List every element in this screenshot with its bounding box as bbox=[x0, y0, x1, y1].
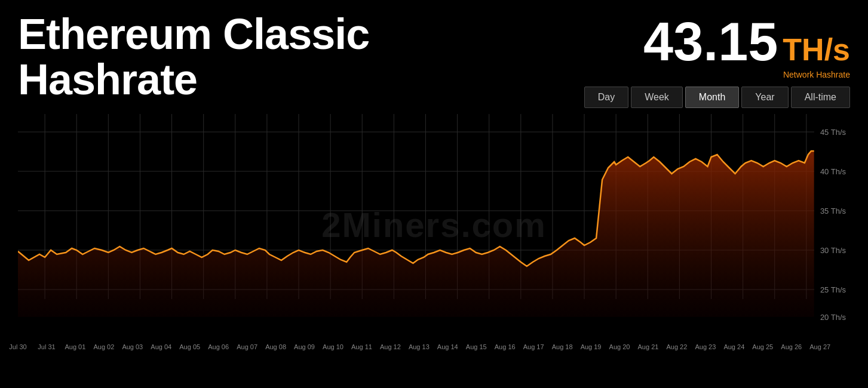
svg-text:30 Th/s: 30 Th/s bbox=[820, 246, 846, 255]
hashrate-section: 43.15 TH/s Network Hashrate Day Week Mon… bbox=[584, 12, 850, 108]
x-label-aug06: Aug 06 bbox=[207, 343, 231, 350]
svg-text:45 Th/s: 45 Th/s bbox=[820, 128, 846, 137]
hashrate-number: 43.15 bbox=[643, 15, 778, 69]
year-button[interactable]: Year bbox=[741, 87, 788, 108]
x-label-aug04: Aug 04 bbox=[149, 343, 173, 350]
svg-text:20 Th/s: 20 Th/s bbox=[820, 313, 846, 322]
x-label-aug03: Aug 03 bbox=[121, 343, 145, 350]
hashrate-chart: 45 Th/s 40 Th/s 35 Th/s 30 Th/s 25 Th/s … bbox=[18, 114, 850, 335]
x-label-aug21: Aug 21 bbox=[636, 343, 660, 350]
x-label-aug25: Aug 25 bbox=[751, 343, 775, 350]
header: Ethereum ClassicHashrate 43.15 TH/s Netw… bbox=[0, 0, 868, 114]
svg-text:40 Th/s: 40 Th/s bbox=[820, 167, 846, 176]
x-label-jul30: Jul 30 bbox=[6, 343, 30, 350]
network-hashrate-label: Network Hashrate bbox=[783, 70, 850, 79]
chart-area: 2Miners.com bbox=[18, 114, 850, 335]
x-label-aug26: Aug 26 bbox=[780, 343, 803, 350]
x-label-aug22: Aug 22 bbox=[665, 343, 689, 350]
x-label-aug20: Aug 20 bbox=[608, 343, 631, 350]
x-label-aug14: Aug 14 bbox=[435, 343, 459, 350]
x-label-aug09: Aug 09 bbox=[293, 343, 317, 350]
hashrate-unit: TH/s bbox=[783, 34, 850, 65]
x-label-aug12: Aug 12 bbox=[378, 343, 402, 350]
svg-marker-37 bbox=[18, 151, 814, 317]
x-label-jul31: Jul 31 bbox=[35, 343, 59, 350]
x-label-aug02: Aug 02 bbox=[92, 343, 116, 350]
x-label-aug05: Aug 05 bbox=[178, 343, 202, 350]
x-label-aug27: Aug 27 bbox=[808, 343, 832, 350]
x-label-aug16: Aug 16 bbox=[493, 343, 517, 350]
hashrate-value-row: 43.15 TH/s bbox=[643, 15, 850, 69]
x-label-aug07: Aug 07 bbox=[235, 343, 259, 350]
x-label-aug08: Aug 08 bbox=[264, 343, 288, 350]
x-label-aug10: Aug 10 bbox=[321, 343, 345, 350]
x-label-aug23: Aug 23 bbox=[694, 343, 717, 350]
x-label-aug13: Aug 13 bbox=[407, 343, 431, 350]
x-label-aug17: Aug 17 bbox=[522, 343, 545, 350]
page-title: Ethereum ClassicHashrate bbox=[18, 12, 369, 102]
month-button[interactable]: Month bbox=[685, 87, 739, 108]
alltime-button[interactable]: All-time bbox=[791, 87, 850, 108]
x-label-aug24: Aug 24 bbox=[722, 343, 746, 350]
svg-text:35 Th/s: 35 Th/s bbox=[820, 207, 846, 215]
x-axis-labels: Jul 30 Jul 31 Aug 01 Aug 02 Aug 03 Aug 0… bbox=[0, 341, 868, 350]
week-button[interactable]: Week bbox=[631, 87, 683, 108]
x-label-aug11: Aug 11 bbox=[349, 343, 373, 350]
page-container: Ethereum ClassicHashrate 43.15 TH/s Netw… bbox=[0, 0, 868, 388]
day-button[interactable]: Day bbox=[584, 87, 628, 108]
x-label-aug01: Aug 01 bbox=[63, 343, 87, 350]
time-controls: Day Week Month Year All-time bbox=[584, 87, 850, 108]
x-label-aug19: Aug 19 bbox=[579, 343, 603, 350]
x-label-aug15: Aug 15 bbox=[464, 343, 488, 350]
svg-text:25 Th/s: 25 Th/s bbox=[820, 285, 846, 294]
x-label-aug18: Aug 18 bbox=[550, 343, 574, 350]
